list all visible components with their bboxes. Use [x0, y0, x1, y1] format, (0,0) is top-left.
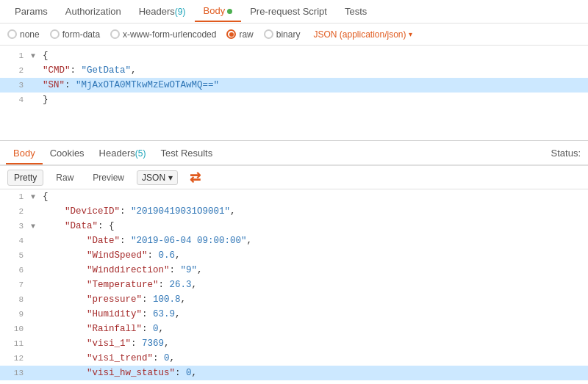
req-line-2: 2 "CMD": "GetData", — [0, 63, 588, 78]
tab-tests[interactable]: Tests — [336, 1, 376, 21]
radio-raw[interactable]: raw — [226, 29, 253, 40]
json-dropdown-arrow: ▾ — [168, 173, 173, 183]
resp-tab-body[interactable]: Body — [6, 143, 43, 164]
resp-body-line-1: 1 ▼ { — [0, 189, 588, 204]
response-format-row: Pretty Raw Preview JSON ▾ ⇄ — [0, 166, 588, 189]
response-section: Body Cookies Headers(5) Test Results Sta… — [0, 141, 588, 380]
request-editor[interactable]: 1 ▼ { 2 "CMD": "GetData", 3 "SN": "MjAxO… — [0, 46, 588, 141]
response-tabs-row: Body Cookies Headers(5) Test Results Sta… — [0, 141, 588, 166]
resp-tab-test-results[interactable]: Test Results — [153, 143, 220, 163]
resp-body-line-4: 4 "Date": "2019-06-04 09:00:00", — [0, 233, 588, 248]
resp-body-line-2: 2 "DeviceID": "20190419031O9001", — [0, 204, 588, 219]
req-line-1: 1 ▼ { — [0, 48, 588, 63]
top-tabs-bar: Params Authorization Headers(9) Body Pre… — [0, 0, 588, 23]
resp-body-line-9: 9 "Humidity": 63.9, — [0, 307, 588, 322]
resp-tab-cookies[interactable]: Cookies — [43, 143, 92, 163]
radio-raw-circle — [226, 29, 236, 39]
radio-binary-circle — [264, 29, 273, 39]
tab-headers[interactable]: Headers(9) — [130, 1, 195, 21]
resp-tab-headers[interactable]: Headers(5) — [92, 143, 154, 163]
tab-body[interactable]: Body — [195, 1, 242, 22]
resp-body-line-3: 3 ▼ "Data": { — [0, 219, 588, 233]
resp-body-line-8: 8 "pressure": 100.8, — [0, 292, 588, 307]
resp-body-line-7: 7 "Temperature": 26.3, — [0, 278, 588, 292]
body-type-row: none form-data x-www-form-urlencoded raw… — [0, 23, 588, 46]
resp-body-line-11: 11 "visi_1": 7369, — [0, 336, 588, 351]
resp-body-line-12: 12 "visi_trend": 0, — [0, 351, 588, 366]
body-active-dot — [227, 9, 232, 14]
fmt-pretty-button[interactable]: Pretty — [7, 170, 43, 186]
resp-body-line-10: 10 "Rainfall": 0, — [0, 322, 588, 336]
radio-urlencoded-circle — [110, 29, 120, 39]
radio-none-circle — [7, 29, 17, 39]
response-json-dropdown[interactable]: JSON ▾ — [137, 170, 178, 185]
fmt-preview-button[interactable]: Preview — [86, 170, 131, 186]
radio-form-data[interactable]: form-data — [50, 29, 100, 40]
response-body[interactable]: 1 ▼ { 2 "DeviceID": "20190419031O9001", … — [0, 189, 588, 380]
tab-authorization[interactable]: Authorization — [57, 1, 130, 21]
radio-none[interactable]: none — [7, 29, 40, 40]
radio-form-data-circle — [50, 29, 60, 39]
req-line-3: 3 "SN": "MjAxOTA0MTkwMzEwOTAwMQ==" — [0, 78, 588, 93]
req-line-4: 4 } — [0, 93, 588, 107]
status-label: Status: — [551, 148, 581, 159]
resp-body-line-6: 6 "Winddirection": "9", — [0, 263, 588, 278]
tab-params[interactable]: Params — [6, 1, 57, 21]
json-type-dropdown-arrow: ▾ — [409, 30, 412, 38]
radio-binary[interactable]: binary — [264, 29, 301, 40]
wrap-lines-icon[interactable]: ⇄ — [190, 170, 201, 186]
fmt-raw-button[interactable]: Raw — [49, 170, 80, 186]
radio-urlencoded[interactable]: x-www-form-urlencoded — [110, 29, 216, 40]
tab-pre-request-script[interactable]: Pre-request Script — [241, 1, 336, 21]
resp-body-line-5: 5 "WindSpeed": 0.6, — [0, 248, 588, 263]
json-type-dropdown[interactable]: JSON (application/json) ▾ — [313, 29, 412, 40]
resp-body-line-13: 13 "visi_hw_status": 0, — [0, 366, 588, 380]
